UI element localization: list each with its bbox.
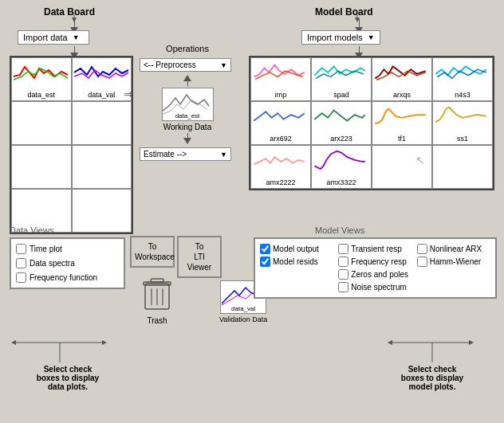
model-cell-label-amx3322: amx3322 — [312, 178, 371, 186]
sparkline-data_est — [14, 61, 69, 84]
model-cell-imp[interactable]: imp — [250, 57, 311, 101]
model-board-title: Model Board — [315, 6, 373, 18]
data-board-grid: data_est data_val — [10, 56, 133, 234]
data-cell-label-data_est: data_est — [12, 91, 71, 99]
import-models-label: Import models — [307, 33, 363, 42]
estimate-dropdown[interactable]: Estimate --> ▼ — [140, 147, 231, 161]
model-cell-arxqs[interactable]: arxqs — [372, 57, 432, 101]
model-views-checkbox-output[interactable] — [260, 244, 270, 254]
preprocess-label: <-- Preprocess — [144, 61, 220, 69]
data-cell-data_val[interactable]: data_val — [72, 57, 132, 101]
right-arrow-indicator: ⇒ — [124, 88, 133, 100]
working-data-box: data_est — [162, 88, 214, 121]
bottom-caption-left: Select check boxes to display data plots… — [20, 365, 116, 391]
operations-area: Operations <-- Preprocess ▼ ⇒ data_est W… — [140, 44, 235, 161]
data-cell-data_est[interactable]: data_est — [11, 57, 72, 101]
import-models-dropdown[interactable]: Import models ▼ — [301, 30, 380, 45]
model-views-label-transient: Transient resp — [351, 245, 402, 253]
working-data-label: Working Data — [140, 123, 235, 131]
model-cell-arx223[interactable]: arx223 — [311, 101, 372, 145]
validation-data-label: Validation Data — [219, 315, 267, 323]
model-cell-amx3322[interactable]: amx3322 — [311, 145, 372, 189]
bottom-right-line3: model plots. — [376, 382, 488, 391]
model-views-checkbox-noise[interactable] — [338, 282, 348, 292]
model-views-label-noise: Noise spectrum — [351, 283, 406, 292]
to-lti-button[interactable]: ToLTI Viewer — [177, 236, 222, 278]
model-cell-label-ss1: ss1 — [433, 135, 492, 143]
model-cell-n4s3[interactable]: n4s3 — [432, 57, 493, 101]
import-data-label: Import data — [23, 33, 68, 42]
model-views-item-transient: Transient resp — [338, 244, 411, 254]
model-views-checkbox-zeros[interactable] — [338, 269, 348, 280]
model-views-checkbox-transient[interactable] — [338, 244, 348, 254]
operations-label: Operations — [140, 44, 235, 53]
validation-item-label: data_val — [221, 305, 266, 312]
model-views-item-zeros: Zeros and poles — [338, 269, 411, 280]
svg-marker-13 — [388, 340, 392, 345]
working-data-down-arrow — [140, 133, 235, 144]
model-views-label-hamm: Hamm-Wiener — [430, 257, 481, 266]
data-cell-empty-6[interactable] — [72, 189, 132, 233]
model-views-checkbox-freq[interactable] — [338, 257, 348, 267]
data-views-item-2: Frequency function — [16, 272, 119, 283]
model-views-item-output: Model output — [260, 244, 333, 254]
model-cell-empty-1[interactable]: ↖ — [372, 145, 432, 189]
model-cell-label-tf1: tf1 — [372, 135, 431, 143]
trash-area: Trash — [142, 277, 172, 325]
preprocess-up-arrow — [140, 75, 235, 86]
data-views-item-1: Data spectra — [16, 258, 119, 268]
to-workspace-button[interactable]: ToWorkspace — [130, 236, 175, 268]
model-views-item-nonlinear: Nonlinear ARX — [417, 244, 490, 254]
svg-marker-8 — [11, 340, 16, 345]
model-cell-label-arx223: arx223 — [312, 135, 371, 143]
bottom-left-line3: data plots. — [20, 382, 116, 391]
model-views-label-resids: Model resids — [273, 257, 318, 266]
preprocess-arrow-icon: ▼ — [220, 61, 227, 69]
bottom-right-line2: boxes to display — [376, 374, 488, 382]
model-views-checkbox-resids[interactable] — [260, 257, 270, 267]
model-views-checkbox-hamm[interactable] — [417, 257, 427, 267]
data-views-checkbox-1[interactable] — [16, 258, 26, 268]
model-views-item-noise: Noise spectrum — [338, 282, 411, 292]
data-views-box: Time plot Data spectra Frequency functio… — [10, 237, 125, 289]
estimate-arrow-icon: ▼ — [220, 151, 227, 159]
model-views-box: Model output Transient resp Nonlinear AR… — [254, 237, 497, 299]
data-cell-empty-2[interactable] — [72, 101, 132, 145]
data-cell-empty-3[interactable] — [11, 145, 72, 189]
model-cell-empty-2[interactable] — [432, 145, 493, 189]
model-cell-label-amx2222: amx2222 — [251, 178, 310, 186]
model-views-item-empty1 — [260, 269, 333, 280]
model-views-item-hamm: Hamm-Wiener — [417, 257, 490, 267]
model-cell-arx692[interactable]: arx692 — [250, 101, 311, 145]
model-views-item-empty3 — [260, 282, 333, 292]
data-views-checkbox-2[interactable] — [16, 272, 26, 283]
model-cell-label-arx692: arx692 — [251, 135, 310, 143]
model-cell-tf1[interactable]: tf1 — [372, 101, 432, 145]
data-board-title: Data Board — [44, 6, 95, 18]
import-data-arrow-icon: ▼ — [73, 33, 80, 41]
model-views-label-nonlinear: Nonlinear ARX — [430, 245, 482, 253]
import-data-dropdown[interactable]: Import data ▼ — [18, 30, 89, 45]
model-cell-spad[interactable]: spad — [311, 57, 372, 101]
model-views-item-freq: Frequency resp — [338, 257, 411, 267]
model-cell-amx2222[interactable]: amx2222 — [250, 145, 311, 189]
import-models-arrow-icon: ▼ — [368, 33, 375, 41]
sparkline-data_val — [74, 61, 130, 84]
data-cell-empty-1[interactable] — [11, 101, 72, 145]
model-cell-ss1[interactable]: ss1 — [432, 101, 493, 145]
bottom-left-line2: boxes to display — [20, 374, 116, 382]
model-views-section-title: Model Views — [315, 225, 364, 235]
main-container: Data Board Import data ▼ data_est — [0, 0, 504, 423]
preprocess-dropdown[interactable]: <-- Preprocess ▼ — [140, 58, 231, 72]
bottom-right-line1: Select check — [376, 365, 488, 374]
estimate-label: Estimate --> — [144, 150, 220, 159]
data-views-checkbox-0[interactable] — [16, 244, 26, 254]
bottom-left-line1: Select check — [20, 365, 116, 374]
data-views-section-title: Data Views — [10, 225, 53, 235]
data-cell-empty-4[interactable] — [72, 145, 132, 189]
data-cell-label-data_val: data_val — [73, 91, 132, 99]
trash-icon[interactable] — [142, 277, 172, 313]
model-views-item-resids: Model resids — [260, 257, 333, 267]
data-views-label-0: Time plot — [30, 245, 62, 253]
model-views-checkbox-nonlinear[interactable] — [417, 244, 427, 254]
